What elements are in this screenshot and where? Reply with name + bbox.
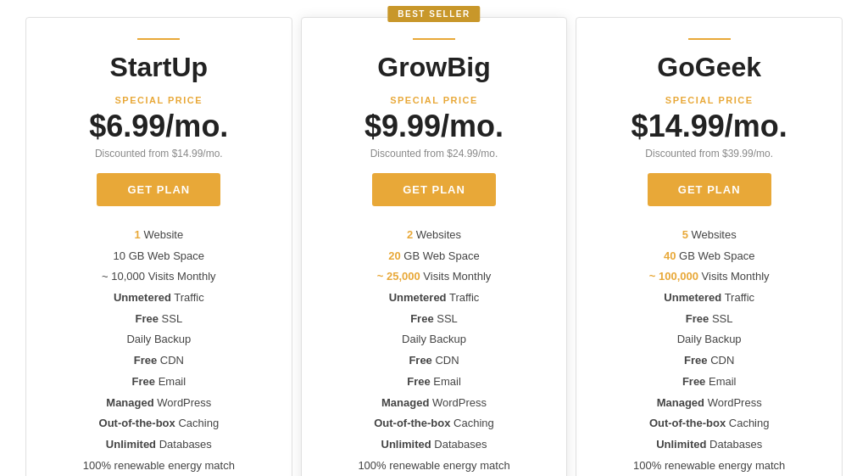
feature-bold: Managed (381, 396, 429, 409)
feature-item: Unmetered Traffic (43, 288, 275, 309)
plan-card-growbig: BEST SELLERGrowBigSPECIAL PRICE$9.99/mo.… (301, 17, 568, 476)
feature-text: Email (709, 375, 737, 388)
feature-item: 100% renewable energy match (43, 456, 275, 476)
feature-bold: Managed (106, 396, 153, 409)
feature-item: ~ 25,000 Visits Monthly (319, 266, 550, 288)
feature-text: WordPress (432, 396, 487, 409)
feature-item: Out-of-the-box Caching (43, 413, 275, 434)
feature-item: Unmetered Traffic (319, 288, 550, 309)
feature-text: 100% renewable energy match (633, 459, 785, 472)
feature-highlight: 1 (135, 228, 141, 241)
feature-bold: Unlimited (381, 438, 431, 451)
feature-text: GB Web Space (129, 249, 204, 262)
feature-prefix: 10 (114, 249, 125, 262)
feature-item: Free Email (319, 372, 550, 393)
feature-text: Daily Backup (402, 333, 466, 345)
feature-item: 20 GB Web Space (319, 246, 550, 267)
feature-text: Traffic (725, 291, 754, 304)
plan-name-startup: StartUp (43, 52, 275, 83)
feature-item: 10 GB Web Space (43, 246, 275, 267)
plan-discount-startup: Discounted from $14.99/mo. (43, 148, 275, 160)
feature-text: Websites (691, 228, 736, 241)
feature-bold: Unmetered (114, 291, 171, 304)
feature-bold: Free (409, 354, 431, 367)
feature-item: Unlimited Databases (593, 434, 825, 456)
feature-item: Free CDN (43, 350, 275, 372)
feature-bold: Unmetered (664, 291, 721, 304)
feature-item: Daily Backup (43, 329, 275, 350)
feature-highlight: ~ 25,000 (377, 270, 420, 283)
feature-item: 100% renewable energy match (593, 456, 825, 476)
feature-text: Email (433, 375, 461, 388)
feature-bold: Unmetered (389, 291, 447, 304)
get-plan-button-startup[interactable]: GET PLAN (97, 173, 220, 206)
feature-highlight: 40 (664, 249, 676, 262)
plan-price-startup: $6.99/mo. (43, 109, 275, 144)
feature-item: Unlimited Databases (43, 434, 275, 456)
feature-text: CDN (435, 354, 459, 367)
feature-bold: Free (684, 354, 707, 367)
plan-name-growbig: GrowBig (319, 52, 550, 83)
feature-text: Databases (159, 438, 212, 451)
feature-text: WordPress (157, 396, 211, 409)
feature-item: Free Email (43, 372, 275, 393)
feature-text: 100% renewable energy match (83, 459, 235, 472)
feature-text: WordPress (708, 396, 762, 409)
pricing-section: StartUpSPECIAL PRICE$6.99/mo.Discounted … (0, 0, 868, 476)
features-list-growbig: 2 Websites20 GB Web Space~ 25,000 Visits… (319, 225, 550, 476)
get-plan-button-gogeek[interactable]: GET PLAN (648, 173, 771, 206)
feature-highlight: 5 (682, 228, 688, 241)
feature-bold: Free (410, 312, 433, 325)
feature-bold: Out-of-the-box (99, 417, 175, 429)
feature-text: Traffic (449, 291, 479, 304)
plan-divider (137, 38, 180, 40)
feature-item: Out-of-the-box Caching (593, 413, 825, 434)
feature-highlight: 20 (388, 249, 400, 262)
feature-item: Free SSL (593, 309, 825, 330)
plan-price-gogeek: $14.99/mo. (593, 109, 825, 144)
feature-text: Visits Monthly (423, 270, 491, 283)
feature-text: SSL (437, 312, 458, 325)
feature-prefix: ~ 10,000 (102, 270, 145, 283)
feature-text: Daily Backup (677, 333, 742, 345)
feature-text: 100% renewable energy match (358, 459, 509, 472)
feature-item: Unlimited Databases (319, 434, 550, 456)
plan-card-startup: StartUpSPECIAL PRICE$6.99/mo.Discounted … (25, 17, 292, 476)
feature-text: Caching (729, 417, 770, 429)
plan-name-gogeek: GoGeek (593, 52, 825, 83)
feature-highlight: 2 (407, 228, 413, 241)
feature-item: Managed WordPress (593, 393, 825, 414)
best-seller-badge: BEST SELLER (387, 6, 480, 22)
feature-text: Website (143, 228, 183, 241)
feature-bold: Free (136, 312, 159, 325)
plan-card-gogeek: GoGeekSPECIAL PRICE$14.99/mo.Discounted … (576, 17, 843, 476)
feature-text: SSL (162, 312, 183, 325)
plan-divider (688, 38, 731, 40)
plan-discount-growbig: Discounted from $24.99/mo. (319, 148, 550, 160)
feature-bold: Unlimited (656, 438, 706, 451)
feature-item: 5 Websites (593, 225, 825, 246)
feature-bold: Unlimited (106, 438, 156, 451)
feature-item: 1 Website (43, 225, 275, 246)
feature-item: Daily Backup (319, 329, 550, 350)
get-plan-button-growbig[interactable]: GET PLAN (372, 173, 496, 206)
feature-text: Email (159, 375, 186, 388)
feature-text: SSL (712, 312, 733, 325)
feature-item: Managed WordPress (319, 393, 550, 414)
feature-item: Free SSL (319, 309, 550, 330)
special-price-label-startup: SPECIAL PRICE (43, 95, 275, 105)
feature-item: Free CDN (593, 350, 825, 372)
feature-bold: Managed (657, 396, 704, 409)
feature-text: Caching (453, 417, 494, 429)
feature-item: Free Email (593, 372, 825, 393)
feature-bold: Free (132, 375, 155, 388)
feature-text: Traffic (174, 291, 203, 304)
feature-item: ~ 100,000 Visits Monthly (593, 266, 825, 288)
feature-bold: Free (134, 354, 157, 367)
plan-divider (413, 38, 455, 40)
feature-item: Daily Backup (593, 329, 825, 350)
feature-text: CDN (710, 354, 734, 367)
feature-text: CDN (160, 354, 184, 367)
feature-bold: Free (407, 375, 430, 388)
feature-item: Out-of-the-box Caching (319, 413, 550, 434)
